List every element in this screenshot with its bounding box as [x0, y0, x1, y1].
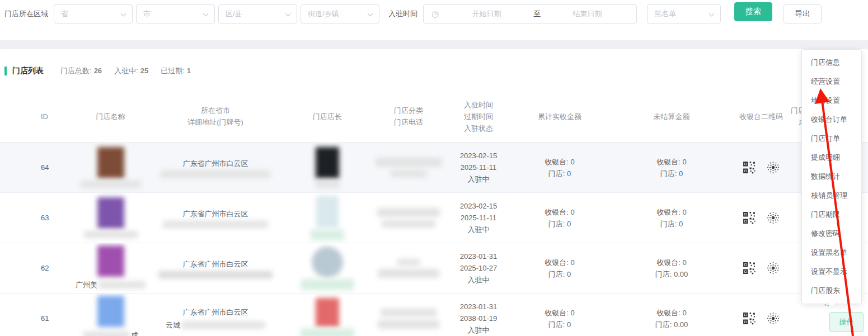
- entry-status-cell: 2023-02-15 2025-11-11 入驻中: [445, 193, 512, 243]
- stat-active-stores: 入驻中:25: [114, 66, 148, 76]
- store-list-panel: 门店列表 门店总数:26 入驻中:25 已过期:1 ID 门店名称 所在省市 详…: [0, 49, 868, 336]
- col-entry-status: 入驻时间 过期时间 入驻状态: [445, 91, 512, 142]
- cashier-qr-cell: [736, 294, 786, 336]
- stat-label: 已过期:: [161, 67, 185, 75]
- phone-blurred: [378, 320, 439, 329]
- chevron-down-icon: [368, 11, 373, 17]
- store-name-cell: [73, 143, 148, 192]
- col-store-name: 门店名称: [73, 91, 148, 142]
- store-category-phone-cell: [372, 243, 445, 293]
- expire-date: 2025-11-11: [461, 212, 497, 224]
- category-blurred: [376, 158, 442, 167]
- round-qr-icon[interactable]: [766, 311, 780, 325]
- round-qr-icon[interactable]: [766, 211, 780, 225]
- unsettled-amount-cell: 收银台: 0 门店: 0.00: [607, 243, 736, 293]
- street-select[interactable]: 街道/乡镇: [301, 4, 379, 23]
- store-location-cell: 广东省广州市白云区: [148, 243, 283, 293]
- expire-date: 2025-10-27: [460, 262, 498, 274]
- menu-item-commission-details[interactable]: 提成明细: [802, 148, 861, 167]
- col-location-line1: 所在省市: [201, 105, 230, 116]
- square-qr-icon[interactable]: [742, 160, 756, 174]
- store-category-phone-cell: [372, 193, 445, 243]
- city-select[interactable]: 市: [136, 4, 215, 23]
- store-amount-label: 门店:: [655, 270, 672, 278]
- received-amount-cell: 收银台: 0 门店: 0: [512, 243, 607, 293]
- store-manager-cell: [283, 193, 372, 243]
- menu-item-cashier-orders[interactable]: 收银台订单: [802, 110, 861, 129]
- col-category-line2: 门店电话: [394, 116, 423, 128]
- phone-blurred: [391, 170, 426, 177]
- row-actions-menu: 门店信息 经营设置 地图设置 收银台订单 门店订单 提成明细 数据统计 核销员管…: [801, 49, 862, 304]
- store-amount-value: 0: [567, 220, 571, 228]
- menu-item-change-password[interactable]: 修改密码: [802, 224, 861, 243]
- chevron-down-icon: [285, 11, 291, 17]
- square-qr-icon[interactable]: [742, 211, 756, 225]
- expire-date: 2025-11-11: [461, 162, 497, 173]
- store-address-blurred: [161, 171, 270, 178]
- manager-avatar-blurred: [316, 196, 339, 228]
- round-qr-icon[interactable]: [766, 261, 780, 275]
- menu-item-store-shareholders[interactable]: 门店股东: [802, 281, 861, 300]
- col-cashier-qr: 收银台二维码: [736, 91, 786, 142]
- export-button[interactable]: 导出: [783, 4, 822, 23]
- store-logo-blurred: [97, 197, 124, 229]
- entry-status-cell: 2023-01-31 2025-10-27 入驻中: [445, 243, 512, 293]
- expire-date: 2038-01-19: [460, 313, 498, 324]
- menu-item-map-settings[interactable]: 地图设置: [802, 91, 861, 110]
- menu-item-set-hidden[interactable]: 设置不显示: [802, 262, 861, 281]
- entry-status-cell: 2023-01-31 2038-01-19 入驻中: [445, 294, 512, 336]
- category-blurred: [397, 259, 420, 266]
- chevron-down-icon: [709, 11, 715, 17]
- manager-name-blurred: [301, 328, 354, 336]
- store-amount-label: 门店:: [548, 169, 565, 178]
- status-badge: 入驻中: [468, 173, 490, 185]
- cashier-amount-value: 0: [683, 208, 687, 216]
- store-name-cell: [73, 193, 148, 243]
- cashier-amount-value: 0: [571, 158, 575, 166]
- menu-item-store-term[interactable]: 门店期限: [802, 205, 861, 224]
- menu-item-store-info[interactable]: 门店信息: [802, 53, 861, 72]
- store-name-cell: 广州美: [73, 243, 148, 293]
- table-row: 62 广州美 广东省广州市白云区 2023-01-31 2025-10-27 入…: [0, 243, 868, 293]
- menu-item-data-statistics[interactable]: 数据统计: [802, 167, 861, 186]
- square-qr-icon[interactable]: [742, 261, 756, 275]
- search-button[interactable]: 搜索: [734, 2, 772, 21]
- region-filter-label: 门店所在区域: [4, 4, 48, 23]
- cashier-amount-value: 0: [683, 309, 687, 317]
- entry-date-range-input[interactable]: ◷ 开始日期 至 结束日期: [423, 4, 637, 23]
- street-select-placeholder: 街道/乡镇: [308, 9, 339, 19]
- table-header-row: ID 门店名称 所在省市 详细地址(门牌号) 门店店长 门店分类 门店电话 入驻…: [0, 91, 868, 142]
- store-logo-blurred: [97, 245, 124, 277]
- manager-avatar-blurred: [316, 298, 339, 327]
- store-amount-value: 0.00: [674, 320, 688, 329]
- menu-item-business-settings[interactable]: 经营设置: [802, 72, 861, 91]
- store-name-blurred: [84, 231, 138, 238]
- category-blurred: [381, 309, 437, 316]
- store-logo-blurred: [97, 296, 124, 327]
- stat-label: 入驻中:: [114, 67, 138, 75]
- store-address-blurred: [163, 221, 268, 228]
- filter-bar: 门店所在区域 省 市 区/县 街道/乡镇 入驻时间 ◷ 开始日期 至 结束日期 …: [0, 0, 868, 40]
- province-select[interactable]: 省: [54, 4, 133, 23]
- manager-name-blurred: [311, 229, 344, 240]
- row-actions-button[interactable]: 操作: [829, 312, 864, 332]
- square-qr-icon[interactable]: [742, 311, 756, 325]
- category-blurred: [377, 208, 440, 217]
- district-select[interactable]: 区/县: [218, 4, 297, 23]
- cashier-amount-label: 收银台:: [545, 158, 569, 166]
- col-unsettled-amount: 未结算金额: [607, 91, 736, 142]
- stat-value: 1: [187, 67, 191, 75]
- blacklist-select[interactable]: 黑名单: [647, 4, 721, 23]
- entry-status-cell: 2023-02-15 2025-11-11 入驻中: [445, 143, 512, 192]
- store-logo-blurred: [97, 147, 124, 178]
- page-title: 门店列表: [12, 66, 44, 76]
- menu-item-verifier-management[interactable]: 核销员管理: [802, 186, 861, 205]
- store-address-blurred: [181, 321, 265, 329]
- menu-item-set-blacklist[interactable]: 设置黑名单: [802, 243, 861, 262]
- round-qr-icon[interactable]: [766, 160, 780, 174]
- cashier-amount-label: 收银台:: [545, 309, 569, 317]
- menu-item-store-orders[interactable]: 门店订单: [802, 129, 861, 148]
- received-amount-cell: 收银台: 0 门店: 0: [512, 193, 607, 243]
- date-range-separator: 至: [531, 9, 543, 19]
- cashier-amount-label: 收银台:: [545, 208, 569, 216]
